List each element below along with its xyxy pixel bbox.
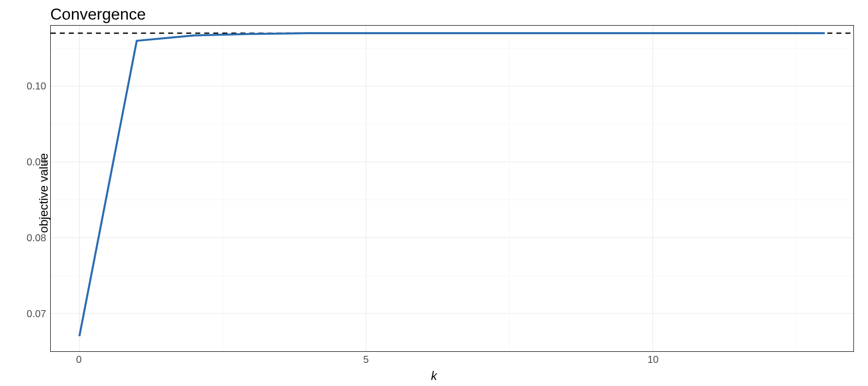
x-axis-label: k	[431, 369, 437, 383]
plot-area	[50, 25, 854, 352]
plot-svg	[51, 26, 853, 351]
chart-container: Convergence objective value k 0.070.080.…	[0, 0, 868, 386]
y-tick-label: 0.08	[27, 232, 46, 244]
x-tick-label: 5	[363, 354, 369, 365]
y-tick-label: 0.09	[27, 156, 46, 168]
y-tick-label: 0.10	[27, 80, 46, 91]
y-tick-label: 0.07	[27, 308, 46, 320]
x-tick-label: 10	[647, 354, 659, 365]
x-tick-label: 0	[76, 354, 82, 365]
chart-title: Convergence	[50, 5, 146, 24]
